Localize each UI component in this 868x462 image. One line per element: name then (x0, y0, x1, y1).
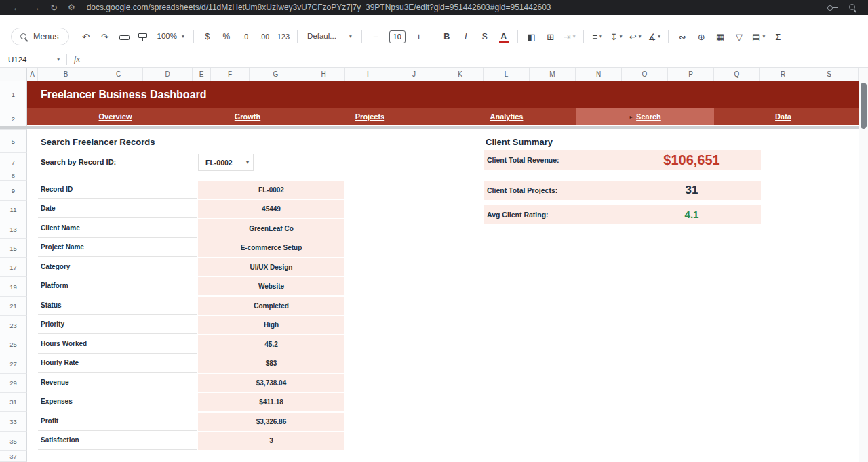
record-label[interactable]: Platform (38, 277, 197, 295)
column-header-P[interactable]: P (668, 68, 714, 81)
record-label[interactable]: Project Name (38, 238, 197, 257)
row-header-31[interactable]: 31 (0, 393, 27, 412)
record-value[interactable]: GreenLeaf Co (198, 219, 344, 238)
column-header-N[interactable]: N (576, 68, 622, 81)
column-header-O[interactable]: O (622, 68, 668, 81)
row-header-23[interactable]: 23 (0, 316, 27, 335)
column-header-A[interactable]: A (27, 68, 38, 81)
row-header-25[interactable]: 25 (0, 335, 27, 354)
summary-row[interactable]: Client Total Revenue:$106,651 (484, 150, 761, 170)
create-filter-button[interactable]: ▽ (730, 28, 748, 45)
column-header-D[interactable]: D (143, 68, 193, 81)
record-value[interactable]: $83 (198, 354, 344, 373)
column-header-I[interactable]: I (345, 68, 391, 81)
column-header-F[interactable]: F (211, 68, 250, 81)
summary-row[interactable]: Avg Client Rating:4.1 (484, 205, 761, 224)
record-label[interactable]: Satisfaction (38, 432, 197, 450)
font-size-input[interactable]: 10 (389, 30, 406, 43)
text-rotation-button[interactable]: ∡ ▾ (646, 28, 663, 45)
row-header-9[interactable]: 9 (0, 181, 27, 201)
row-header-11[interactable]: 11 (0, 201, 27, 219)
redo-icon[interactable]: ↷ (96, 28, 114, 45)
nav-tab-analytics[interactable]: Analytics (437, 108, 576, 125)
nav-tab-overview[interactable]: Overview (38, 108, 193, 125)
column-header-K[interactable]: K (437, 68, 484, 81)
format-currency-button[interactable]: $ (199, 28, 216, 45)
print-icon[interactable] (115, 28, 133, 45)
site-info-icon[interactable]: ⚙ (68, 3, 75, 12)
row-header-19[interactable]: 19 (0, 277, 27, 297)
font-family-select[interactable]: Defaul... ▾ (302, 28, 357, 45)
insert-comment-button[interactable]: ⊕ (692, 28, 710, 45)
record-value[interactable]: $411.18 (198, 393, 344, 411)
nav-tab-projects[interactable]: Projects (302, 108, 437, 125)
formula-input[interactable] (80, 51, 868, 67)
bold-button[interactable]: B (438, 28, 456, 45)
undo-icon[interactable]: ↶ (77, 28, 95, 45)
increase-decimal-button[interactable]: .00 (256, 28, 273, 45)
record-value[interactable]: $3,738.04 (198, 374, 344, 392)
row-header-37[interactable]: 37 (0, 451, 27, 462)
browser-zoom-icon[interactable] (848, 3, 857, 12)
vertical-align-button[interactable]: ↧ ▾ (608, 28, 625, 45)
merge-cells-button[interactable]: ⇥ ▾ (561, 28, 578, 45)
fill-color-button[interactable]: ◧ (523, 28, 540, 45)
number-format-button[interactable]: 123 (275, 28, 292, 45)
text-wrap-button[interactable]: ↩ ▾ (627, 28, 644, 45)
horizontal-align-button[interactable]: ≡ ▾ (589, 28, 606, 45)
forward-icon[interactable]: → (31, 3, 40, 12)
column-header-S[interactable]: S (806, 68, 852, 81)
insert-link-button[interactable]: ∾ (673, 28, 691, 45)
row-header-5[interactable]: 5 (0, 130, 27, 153)
record-label[interactable]: Profit (38, 413, 197, 431)
nav-tab-data[interactable]: Data (714, 108, 852, 125)
row-header-27[interactable]: 27 (0, 354, 27, 374)
record-label[interactable]: Expenses (38, 393, 197, 411)
address-bar[interactable]: docs.google.com/spreadsheets/d/11dMzHetU… (87, 3, 817, 12)
column-header-B[interactable]: B (38, 68, 94, 81)
zoom-control[interactable]: 100% ▾ (153, 28, 189, 45)
column-header-L[interactable]: L (484, 68, 530, 81)
vertical-scrollbar[interactable] (859, 68, 868, 462)
summary-row[interactable]: Client Total Projects:31 (484, 181, 761, 200)
record-id-dropdown[interactable]: FL-0002 ▾ (198, 154, 254, 171)
nav-tab-growth[interactable]: Growth (193, 108, 302, 125)
record-value[interactable]: E-commerce Setup (198, 238, 344, 257)
record-label[interactable]: Revenue (38, 374, 197, 392)
record-value[interactable]: 45.2 (198, 335, 344, 354)
nav-tab-search[interactable]: ►Search (576, 108, 714, 125)
menus-button[interactable]: Menus (11, 28, 69, 45)
column-header-M[interactable]: M (530, 68, 576, 81)
strikethrough-button[interactable]: S (476, 28, 494, 45)
record-label[interactable]: Client Name (38, 219, 197, 238)
password-key-icon[interactable] (827, 4, 838, 11)
row-header-7[interactable]: 7 (0, 153, 27, 171)
column-header-J[interactable]: J (391, 68, 437, 81)
row-header-21[interactable]: 21 (0, 297, 27, 316)
record-label[interactable]: Date (38, 200, 197, 218)
record-value[interactable]: UI/UX Design (198, 258, 344, 276)
name-box[interactable]: U124 ▾ (8, 56, 60, 64)
row-header-1[interactable]: 1 (0, 81, 27, 108)
row-header-33[interactable]: 33 (0, 412, 27, 432)
record-value[interactable]: 3 (198, 432, 344, 450)
column-header-C[interactable]: C (94, 68, 143, 81)
reload-icon[interactable]: ↻ (50, 3, 58, 12)
column-header-R[interactable]: R (760, 68, 806, 81)
column-header-G[interactable]: G (250, 68, 302, 81)
row-header-13[interactable]: 13 (0, 219, 27, 239)
row-header-29[interactable]: 29 (0, 374, 27, 393)
row-header-35[interactable]: 35 (0, 432, 27, 451)
format-percent-button[interactable]: % (218, 28, 235, 45)
row-header-15[interactable]: 15 (0, 239, 27, 258)
decrease-decimal-button[interactable]: .0 (237, 28, 254, 45)
filter-views-button[interactable]: ▤ ▾ (749, 28, 768, 45)
column-header-E[interactable]: E (193, 68, 211, 81)
record-label[interactable]: Priority (38, 316, 197, 334)
borders-button[interactable]: ⊞ (542, 28, 559, 45)
decrease-font-size-button[interactable]: − (367, 28, 384, 45)
dashboard-banner[interactable]: Freelancer Business Dashboard (27, 81, 859, 108)
record-label[interactable]: Hourly Rate (38, 354, 197, 373)
record-label[interactable]: Hours Worked (38, 335, 197, 354)
select-all-corner[interactable] (0, 68, 27, 81)
